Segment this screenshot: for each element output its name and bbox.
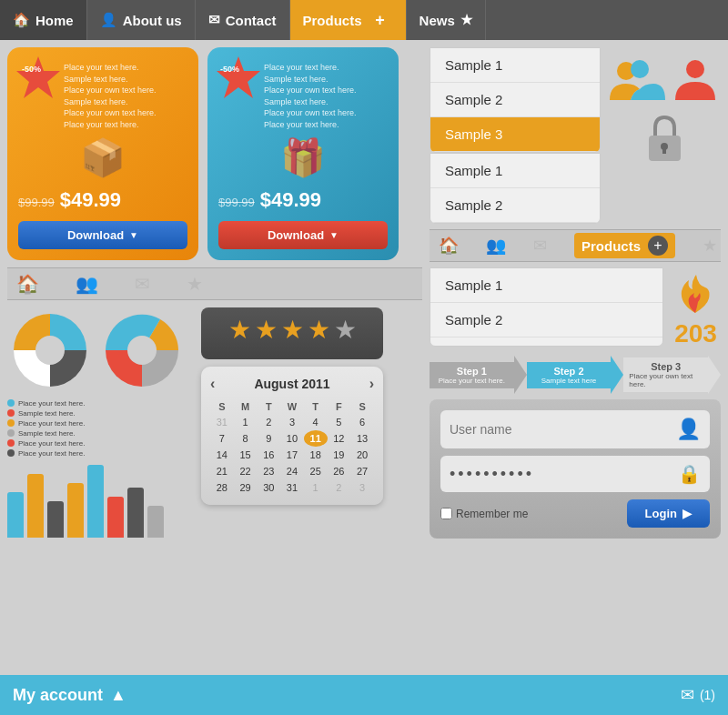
cal-day[interactable]: 1	[304, 479, 328, 496]
separator-bar: 🏠 👥 ✉ ★	[7, 267, 422, 300]
my-account-arrow-icon[interactable]: ▲	[110, 686, 126, 705]
p2-item-1[interactable]: Sample 1	[430, 268, 662, 303]
cal-day[interactable]: 13	[350, 430, 374, 447]
sub-dropdown-item-2[interactable]: Sample 2	[430, 188, 600, 223]
username-input[interactable]	[450, 422, 669, 437]
nav-about-label: About us	[123, 13, 182, 28]
cal-day[interactable]: 31	[210, 414, 234, 430]
step-1[interactable]: Step 1 Place your text here.	[430, 362, 514, 388]
user-avatar-icon: 👤	[676, 418, 701, 441]
flame-icon	[671, 267, 721, 317]
lock-input-icon: 🔒	[678, 463, 701, 485]
cal-day[interactable]: 19	[328, 447, 351, 463]
step-2[interactable]: Step 2 Sample text here	[527, 362, 612, 388]
cal-day[interactable]: 16	[257, 447, 280, 463]
login-button[interactable]: Login ▶	[627, 499, 710, 528]
svg-marker-0	[16, 56, 60, 98]
bottom-bar-mail: ✉ (1)	[681, 685, 715, 705]
cal-day[interactable]: 31	[280, 479, 304, 496]
contact-icon: ✉	[208, 12, 220, 28]
card1-price: $49.99	[60, 188, 121, 212]
chevron-down-icon: ▼	[129, 230, 138, 240]
products2-plus-button[interactable]: +	[648, 236, 668, 256]
password-field: 🔒	[440, 456, 710, 492]
nav-products-plus[interactable]: +	[368, 11, 393, 30]
dropdown-item-3[interactable]: Sample 3	[430, 117, 600, 152]
cal-day[interactable]: 12	[328, 430, 351, 447]
step-bar: Step 1 Place your text here. Step 2 Samp…	[430, 356, 721, 394]
cal-header-f: F	[328, 399, 351, 414]
icons-section	[608, 47, 721, 224]
cal-day[interactable]: 20	[350, 447, 374, 463]
calendar-stars-section: ★ ★ ★ ★ ★ ‹ August 2011 ›	[201, 307, 383, 538]
cal-day[interactable]: 7	[210, 430, 234, 447]
step-arrow-3	[708, 356, 721, 394]
cal-day-today[interactable]: 11	[304, 430, 328, 447]
cal-day[interactable]: 22	[234, 463, 258, 479]
cal-day[interactable]: 27	[350, 463, 374, 479]
star-4[interactable]: ★	[308, 315, 330, 345]
cal-day[interactable]: 17	[280, 447, 304, 463]
cal-header-s2: S	[350, 399, 374, 414]
remember-me-checkbox[interactable]	[440, 508, 452, 519]
star-1[interactable]: ★	[228, 315, 251, 345]
product-cards-row: -50% Place your text here. Sample text h…	[7, 47, 422, 260]
cal-day[interactable]: 10	[280, 430, 304, 447]
news-icon: ★	[460, 12, 472, 28]
cal-day[interactable]: 4	[304, 414, 328, 430]
svg-point-3	[35, 336, 65, 365]
nav-news[interactable]: News ★	[407, 0, 486, 40]
cal-day[interactable]: 14	[210, 447, 234, 463]
calendar-prev-button[interactable]: ‹	[210, 376, 215, 392]
cal-day[interactable]: 2	[257, 414, 280, 430]
cal-day[interactable]: 9	[257, 430, 280, 447]
card2-download-button[interactable]: Download ▼	[218, 221, 388, 249]
sep-people-icon: 👥	[486, 236, 506, 256]
cal-day[interactable]: 18	[304, 447, 328, 463]
cal-day[interactable]: 5	[328, 414, 351, 430]
cal-day[interactable]: 3	[280, 414, 304, 430]
cal-day[interactable]: 15	[234, 447, 258, 463]
lock-icon	[644, 114, 685, 164]
star-rating-row: ★ ★ ★ ★ ★	[201, 307, 383, 359]
step-3[interactable]: Step 3 Place your own text here.	[623, 358, 708, 392]
login-arrow-icon: ▶	[682, 507, 692, 520]
cal-day[interactable]: 29	[234, 479, 258, 496]
cal-day[interactable]: 24	[280, 463, 304, 479]
people-sep-icon: 👥	[76, 273, 98, 295]
nav-news-label: News	[420, 13, 455, 28]
dropdown-item-2[interactable]: Sample 2	[430, 83, 600, 117]
star-3[interactable]: ★	[281, 315, 304, 345]
cal-day[interactable]: 26	[328, 463, 351, 479]
star-2[interactable]: ★	[255, 315, 278, 345]
home-sep-icon: 🏠	[16, 273, 39, 295]
cal-day[interactable]: 28	[210, 479, 234, 496]
cal-day[interactable]: 2	[328, 479, 351, 496]
products2-header-text: Products	[581, 238, 641, 254]
cal-day[interactable]: 1	[234, 414, 258, 430]
nav-contact[interactable]: ✉ Contact	[196, 0, 290, 40]
cal-day[interactable]: 30	[257, 479, 280, 496]
products2-dropdown: Sample 1 Sample 2	[430, 267, 663, 347]
nav-products[interactable]: Products +	[290, 0, 407, 40]
nav-about[interactable]: 👤 About us	[87, 0, 196, 40]
cal-day[interactable]: 8	[234, 430, 258, 447]
star-5[interactable]: ★	[334, 315, 357, 345]
charts-section: Place your text here. Sample text here. …	[7, 307, 194, 538]
card1-download-button[interactable]: Download ▼	[18, 221, 187, 249]
calendar-next-button[interactable]: ›	[369, 376, 374, 392]
sep-star-icon: ★	[703, 236, 717, 256]
cal-day[interactable]: 23	[257, 463, 280, 479]
p2-item-2[interactable]: Sample 2	[430, 303, 662, 337]
cal-day[interactable]: 6	[350, 414, 374, 430]
chart-legend: Place your text here. Sample text here. …	[7, 399, 194, 458]
sub-dropdown-item-1[interactable]: Sample 1	[430, 154, 600, 188]
password-input[interactable]	[450, 465, 671, 484]
login-btn-label: Login	[645, 507, 677, 520]
nav-home[interactable]: 🏠 Home	[0, 0, 87, 40]
products-dropdown: Sample 1 Sample 2 Sample 3	[430, 47, 601, 153]
dropdown-item-1[interactable]: Sample 1	[430, 48, 600, 83]
cal-day[interactable]: 21	[210, 463, 234, 479]
cal-day[interactable]: 3	[350, 479, 374, 496]
cal-day[interactable]: 25	[304, 463, 328, 479]
